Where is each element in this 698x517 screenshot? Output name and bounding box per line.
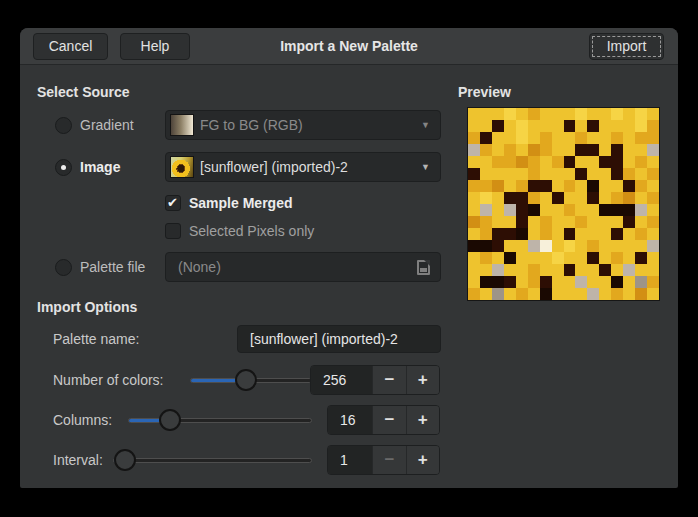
- palette-swatch: [492, 180, 504, 192]
- palette-swatch: [528, 120, 540, 132]
- palette-swatch: [587, 132, 599, 144]
- palette-file-radio-label: Palette file: [80, 259, 145, 275]
- palette-swatch: [599, 120, 611, 132]
- interval-value[interactable]: 1: [328, 446, 372, 474]
- palette-file-radio-row[interactable]: Palette file: [55, 252, 145, 282]
- palette-swatch: [540, 156, 552, 168]
- image-radio-label: Image: [80, 159, 120, 175]
- palette-swatch: [528, 288, 540, 300]
- palette-swatch: [516, 180, 528, 192]
- columns-slider[interactable]: [128, 405, 312, 435]
- palette-swatch: [504, 216, 516, 228]
- palette-swatch: [611, 180, 623, 192]
- palette-swatch: [468, 228, 480, 240]
- palette-swatch: [564, 144, 576, 156]
- interval-minus-button[interactable]: −: [372, 446, 405, 474]
- palette-swatch: [587, 108, 599, 120]
- palette-swatch: [504, 108, 516, 120]
- palette-swatch: [504, 228, 516, 240]
- palette-swatch: [528, 228, 540, 240]
- palette-swatch: [480, 204, 492, 216]
- image-select[interactable]: [sunflower] (imported)-2 ▼: [165, 152, 441, 182]
- palette-swatch: [647, 168, 659, 180]
- palette-swatch: [552, 180, 564, 192]
- palette-name-value: [sunflower] (imported)-2: [250, 331, 398, 347]
- gradient-radio[interactable]: [55, 117, 72, 134]
- slider-thumb[interactable]: [235, 369, 257, 391]
- image-radio-row[interactable]: Image: [55, 152, 120, 182]
- palette-swatch: [552, 264, 564, 276]
- palette-swatch: [564, 180, 576, 192]
- columns-minus-button[interactable]: −: [372, 406, 405, 434]
- palette-swatch: [552, 132, 564, 144]
- palette-swatch: [611, 192, 623, 204]
- palette-swatch: [480, 276, 492, 288]
- gradient-radio-row[interactable]: Gradient: [55, 110, 134, 140]
- num-colors-minus-button[interactable]: −: [372, 366, 405, 394]
- num-colors-spinbox: 256 − +: [310, 365, 440, 395]
- palette-swatch: [599, 228, 611, 240]
- palette-swatch: [552, 228, 564, 240]
- selected-pixels-checkbox[interactable]: [165, 223, 181, 239]
- palette-swatch: [492, 192, 504, 204]
- help-button[interactable]: Help: [120, 33, 190, 60]
- palette-swatch: [480, 108, 492, 120]
- palette-swatch: [611, 168, 623, 180]
- image-radio[interactable]: [55, 159, 72, 176]
- palette-swatch: [480, 264, 492, 276]
- palette-swatch: [492, 276, 504, 288]
- palette-swatch: [611, 144, 623, 156]
- palette-swatch: [575, 276, 587, 288]
- screen-background: Cancel Help Import a New Palette Import …: [0, 0, 698, 517]
- palette-swatch: [587, 228, 599, 240]
- palette-swatch: [540, 144, 552, 156]
- selected-pixels-row[interactable]: Selected Pixels only: [165, 221, 314, 241]
- columns-plus-button[interactable]: +: [406, 406, 439, 434]
- palette-swatch: [552, 276, 564, 288]
- columns-spinbox: 16 − +: [327, 405, 440, 435]
- columns-value[interactable]: 16: [328, 406, 372, 434]
- palette-swatch: [468, 156, 480, 168]
- sample-merged-checkbox[interactable]: [165, 195, 181, 211]
- palette-swatch: [480, 156, 492, 168]
- palette-swatch: [492, 108, 504, 120]
- palette-swatch: [492, 252, 504, 264]
- palette-file-button[interactable]: (None): [165, 252, 441, 282]
- gradient-select[interactable]: FG to BG (RGB) ▼: [165, 110, 441, 140]
- palette-swatch: [564, 192, 576, 204]
- interval-slider[interactable]: [113, 445, 312, 475]
- cancel-button[interactable]: Cancel: [33, 33, 108, 60]
- palette-swatch: [504, 180, 516, 192]
- palette-name-input[interactable]: [sunflower] (imported)-2: [237, 325, 441, 353]
- palette-swatch: [540, 120, 552, 132]
- palette-swatch: [552, 252, 564, 264]
- palette-swatch: [635, 228, 647, 240]
- slider-thumb[interactable]: [159, 409, 181, 431]
- palette-swatch: [635, 216, 647, 228]
- palette-swatch: [611, 204, 623, 216]
- palette-swatch: [468, 252, 480, 264]
- num-colors-plus-button[interactable]: +: [406, 366, 439, 394]
- slider-thumb[interactable]: [114, 449, 136, 471]
- palette-swatch: [552, 108, 564, 120]
- palette-swatch: [540, 228, 552, 240]
- palette-swatch: [587, 120, 599, 132]
- num-colors-slider[interactable]: [190, 365, 312, 395]
- palette-swatch: [623, 180, 635, 192]
- import-button[interactable]: Import: [589, 33, 664, 60]
- palette-swatch: [611, 156, 623, 168]
- interval-plus-button[interactable]: +: [406, 446, 439, 474]
- palette-swatch: [623, 192, 635, 204]
- num-colors-value[interactable]: 256: [311, 366, 372, 394]
- palette-swatch: [480, 180, 492, 192]
- palette-swatch: [611, 264, 623, 276]
- palette-swatch: [564, 264, 576, 276]
- palette-swatch: [504, 132, 516, 144]
- palette-swatch: [492, 168, 504, 180]
- palette-swatch: [516, 168, 528, 180]
- palette-swatch: [468, 180, 480, 192]
- sample-merged-row[interactable]: Sample Merged: [165, 193, 292, 213]
- palette-swatch: [540, 180, 552, 192]
- palette-file-radio[interactable]: [55, 259, 72, 276]
- palette-swatch: [492, 132, 504, 144]
